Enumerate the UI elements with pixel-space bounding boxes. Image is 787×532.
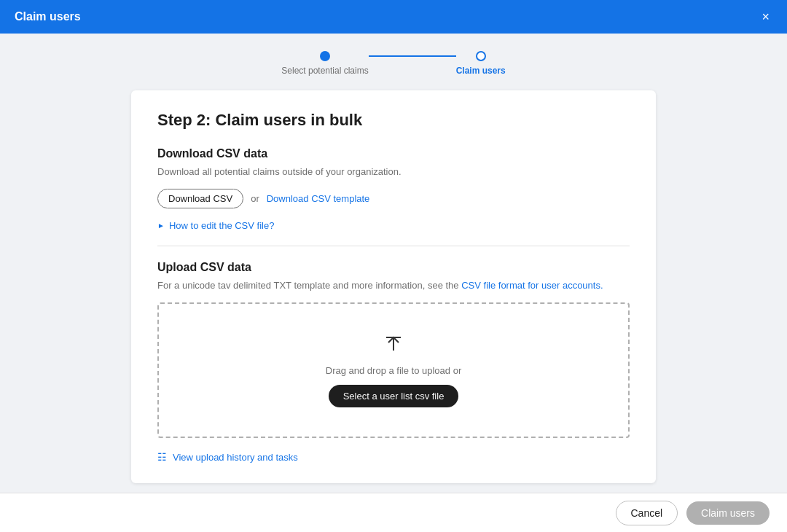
upload-arrow-icon [382, 333, 405, 356]
claim-users-button[interactable]: Claim users [686, 501, 770, 525]
modal-header: Claim users × [0, 0, 787, 34]
step1-dot [320, 51, 330, 61]
section-divider [157, 246, 630, 246]
step1-label: Select potential claims [281, 66, 368, 76]
header-title: Claim users [15, 10, 81, 23]
dropzone[interactable]: Drag and drop a file to upload or Select… [157, 302, 630, 438]
history-link-row: ☷ View upload history and tasks [157, 451, 630, 463]
or-text: or [251, 193, 259, 204]
step2-label: Claim users [456, 66, 506, 76]
step1-container: Select potential claims [281, 51, 368, 76]
help-link[interactable]: How to edit the CSV file? [169, 220, 275, 231]
content-card: Step 2: Claim users in bulk Download CSV… [131, 90, 656, 483]
view-history-link[interactable]: View upload history and tasks [173, 452, 298, 463]
upload-section-desc: For a unicode tav delimited TXT template… [157, 280, 630, 291]
page-title: Step 2: Claim users in bulk [157, 111, 630, 130]
upload-section-title: Upload CSV data [157, 261, 630, 274]
history-icon: ☷ [157, 451, 167, 463]
footer: Cancel Claim users [0, 493, 787, 532]
upload-icon [382, 333, 405, 356]
close-button[interactable]: × [759, 7, 772, 26]
download-section-title: Download CSV data [157, 147, 630, 160]
download-csv-button[interactable]: Download CSV [157, 189, 243, 208]
stepper: Select potential claims Claim users [0, 34, 787, 90]
download-section-desc: Download all potential claims outside of… [157, 166, 630, 177]
chevron-right-icon: ► [157, 222, 165, 230]
step-connector [369, 55, 456, 57]
step2-dot [476, 51, 486, 61]
download-row: Download CSV or Download CSV template [157, 189, 630, 208]
step2-container: Claim users [456, 51, 506, 76]
download-template-link[interactable]: Download CSV template [267, 193, 370, 204]
drop-text: Drag and drop a file to upload or [326, 365, 461, 376]
csv-format-link[interactable]: CSV file format for user accounts. [461, 280, 603, 291]
select-file-button[interactable]: Select a user list csv file [329, 385, 459, 407]
download-section: Download CSV data Download all potential… [157, 147, 630, 231]
upload-section: Upload CSV data For a unicode tav delimi… [157, 261, 630, 463]
cancel-button[interactable]: Cancel [616, 501, 678, 525]
main-content: Select potential claims Claim users Step… [0, 34, 787, 532]
upload-desc-text: For a unicode tav delimited TXT template… [157, 280, 459, 291]
help-expand-row[interactable]: ► How to edit the CSV file? [157, 220, 630, 231]
